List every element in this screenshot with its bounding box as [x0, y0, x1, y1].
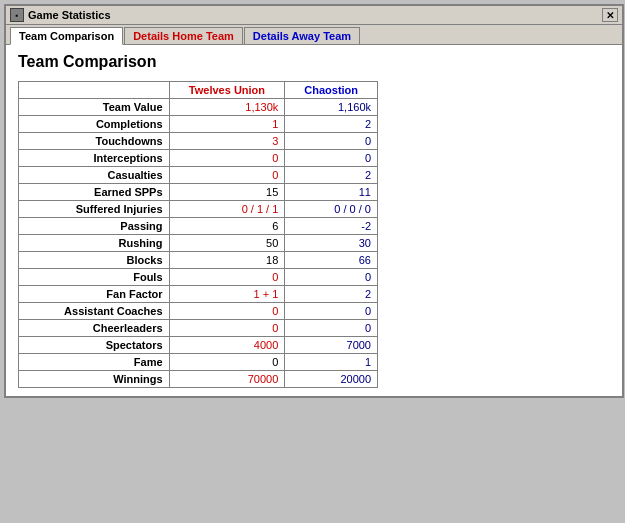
home-value: 15	[169, 184, 285, 201]
home-value: 0	[169, 320, 285, 337]
comparison-table: Twelves Union Chaostion Team Value1,130k…	[18, 81, 378, 388]
row-label: Fouls	[19, 269, 170, 286]
tab-bar: Team Comparison Details Home Team Detail…	[6, 25, 622, 45]
row-label: Winnings	[19, 371, 170, 388]
home-value: 1,130k	[169, 99, 285, 116]
table-row: Suffered Injuries0 / 1 / 10 / 0 / 0	[19, 201, 378, 218]
tab-details-home[interactable]: Details Home Team	[124, 27, 243, 44]
home-value: 50	[169, 235, 285, 252]
home-value: 6	[169, 218, 285, 235]
home-value: 0	[169, 269, 285, 286]
away-value: 7000	[285, 337, 378, 354]
away-value: 66	[285, 252, 378, 269]
away-value: -2	[285, 218, 378, 235]
table-row: Fame01	[19, 354, 378, 371]
away-value: 2	[285, 116, 378, 133]
home-value: 0	[169, 167, 285, 184]
row-label: Suffered Injuries	[19, 201, 170, 218]
home-value: 18	[169, 252, 285, 269]
table-row: Assistant Coaches00	[19, 303, 378, 320]
row-label: Passing	[19, 218, 170, 235]
content-area: Team Comparison Twelves Union Chaostion …	[6, 45, 622, 396]
tab-team-comparison[interactable]: Team Comparison	[10, 27, 123, 45]
home-value: 0	[169, 303, 285, 320]
close-button[interactable]: ✕	[602, 8, 618, 22]
home-value: 0	[169, 354, 285, 371]
home-value: 1	[169, 116, 285, 133]
home-team-header: Twelves Union	[169, 82, 285, 99]
table-row: Fan Factor1 + 12	[19, 286, 378, 303]
away-value: 0	[285, 150, 378, 167]
row-label: Interceptions	[19, 150, 170, 167]
away-value: 20000	[285, 371, 378, 388]
row-label: Fame	[19, 354, 170, 371]
table-row: Blocks1866	[19, 252, 378, 269]
away-value: 30	[285, 235, 378, 252]
row-label: Blocks	[19, 252, 170, 269]
home-value: 70000	[169, 371, 285, 388]
table-row: Interceptions00	[19, 150, 378, 167]
page-title: Team Comparison	[18, 53, 610, 71]
table-row: Team Value1,130k1,160k	[19, 99, 378, 116]
label-col-header	[19, 82, 170, 99]
table-row: Completions12	[19, 116, 378, 133]
home-value: 3	[169, 133, 285, 150]
away-value: 0 / 0 / 0	[285, 201, 378, 218]
row-label: Touchdowns	[19, 133, 170, 150]
away-value: 0	[285, 269, 378, 286]
away-value: 1,160k	[285, 99, 378, 116]
away-value: 2	[285, 167, 378, 184]
table-row: Cheerleaders00	[19, 320, 378, 337]
table-row: Passing6-2	[19, 218, 378, 235]
away-value: 11	[285, 184, 378, 201]
row-label: Cheerleaders	[19, 320, 170, 337]
table-row: Winnings7000020000	[19, 371, 378, 388]
table-row: Earned SPPs1511	[19, 184, 378, 201]
away-team-header: Chaostion	[285, 82, 378, 99]
home-value: 0	[169, 150, 285, 167]
table-row: Rushing5030	[19, 235, 378, 252]
row-label: Assistant Coaches	[19, 303, 170, 320]
table-row: Fouls00	[19, 269, 378, 286]
window-title: Game Statistics	[28, 9, 111, 21]
away-value: 0	[285, 133, 378, 150]
row-label: Earned SPPs	[19, 184, 170, 201]
row-label: Spectators	[19, 337, 170, 354]
row-label: Rushing	[19, 235, 170, 252]
table-row: Casualties02	[19, 167, 378, 184]
row-label: Casualties	[19, 167, 170, 184]
tab-details-away[interactable]: Details Away Team	[244, 27, 360, 44]
away-value: 2	[285, 286, 378, 303]
row-label: Fan Factor	[19, 286, 170, 303]
table-row: Touchdowns30	[19, 133, 378, 150]
table-row: Spectators40007000	[19, 337, 378, 354]
away-value: 0	[285, 320, 378, 337]
window-icon: ▪	[10, 8, 24, 22]
title-bar: ▪ Game Statistics ✕	[6, 6, 622, 25]
away-value: 0	[285, 303, 378, 320]
row-label: Team Value	[19, 99, 170, 116]
away-value: 1	[285, 354, 378, 371]
home-value: 1 + 1	[169, 286, 285, 303]
row-label: Completions	[19, 116, 170, 133]
home-value: 4000	[169, 337, 285, 354]
game-statistics-window: ▪ Game Statistics ✕ Team Comparison Deta…	[4, 4, 624, 398]
home-value: 0 / 1 / 1	[169, 201, 285, 218]
